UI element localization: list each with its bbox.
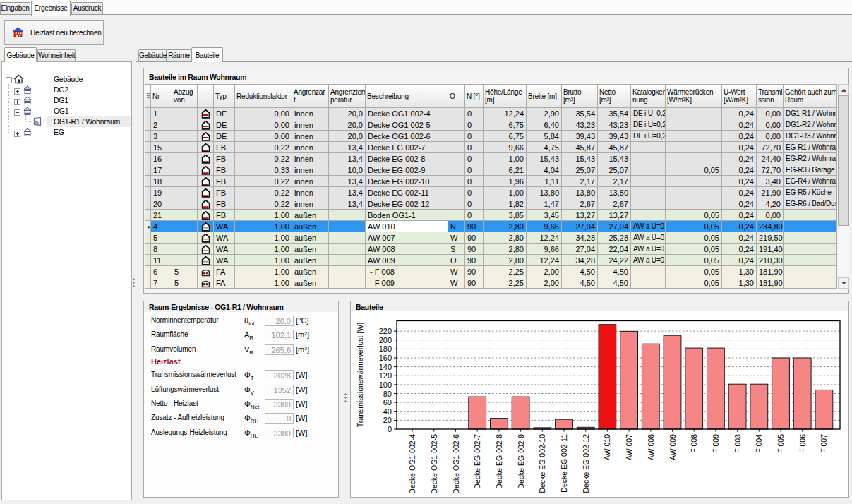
svg-text:160: 160 [379, 354, 392, 362]
svg-text:AW 010: AW 010 [603, 434, 611, 460]
svg-text:F 004: F 004 [755, 434, 763, 453]
svg-text:20: 20 [383, 416, 392, 424]
svg-text:F 003: F 003 [733, 434, 742, 453]
svg-text:Decke EG 002-10: Decke EG 002-10 [538, 434, 546, 493]
svg-text:140: 140 [379, 363, 392, 371]
svg-text:80: 80 [383, 390, 392, 398]
svg-text:Decke OG1 002-6: Decke OG1 002-6 [452, 434, 460, 494]
svg-text:40: 40 [383, 407, 392, 416]
svg-text:Decke EG 002-12: Decke EG 002-12 [582, 434, 590, 493]
svg-text:Decke EG 002-8: Decke EG 002-8 [495, 434, 503, 489]
svg-text:180: 180 [379, 344, 392, 353]
svg-text:AW 009: AW 009 [668, 434, 677, 460]
svg-text:Decke EG 002-9: Decke EG 002-9 [517, 434, 525, 489]
svg-text:F 005: F 005 [776, 434, 785, 453]
svg-text:60: 60 [383, 398, 392, 407]
svg-text:Decke EG 002-11: Decke EG 002-11 [560, 434, 568, 493]
svg-text:Decke EG 002-7: Decke EG 002-7 [473, 434, 481, 489]
svg-text:200: 200 [379, 336, 392, 344]
svg-text:Decke OG1 002-4: Decke OG1 002-4 [408, 434, 416, 494]
svg-text:0: 0 [388, 425, 392, 433]
svg-text:AW 007: AW 007 [625, 434, 633, 460]
svg-text:F 006: F 006 [798, 434, 807, 453]
svg-text:Transmissionswärmeverlust [W]: Transmissionswärmeverlust [W] [356, 323, 364, 427]
svg-text:100: 100 [379, 380, 392, 389]
svg-text:AW 008: AW 008 [647, 434, 655, 460]
svg-text:220: 220 [379, 327, 392, 335]
svg-text:120: 120 [379, 371, 392, 380]
svg-text:F 009: F 009 [712, 434, 720, 453]
svg-text:Decke OG1 002-5: Decke OG1 002-5 [430, 434, 438, 494]
svg-text:F 008: F 008 [690, 434, 698, 453]
svg-text:F 007: F 007 [820, 434, 828, 453]
